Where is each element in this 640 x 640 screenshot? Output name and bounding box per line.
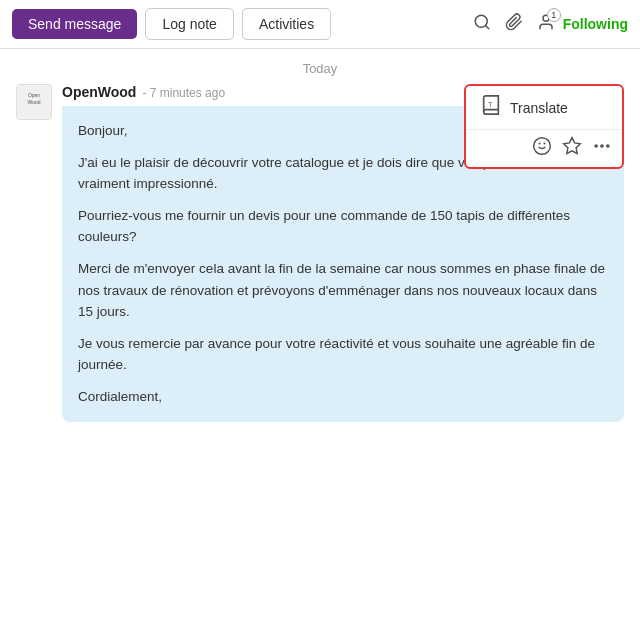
message-paragraph-4: Je vous remercie par avance pour votre r…	[78, 333, 608, 376]
message-paragraph-5: Cordialement,	[78, 386, 608, 408]
svg-line-1	[485, 25, 488, 28]
svg-point-7	[534, 138, 551, 155]
svg-text:Wood: Wood	[28, 99, 41, 105]
today-label: Today	[303, 61, 338, 76]
message-wrapper: Open Wood OpenWood - 7 minutes ago Bonjo…	[16, 84, 624, 422]
activities-button[interactable]: Activities	[242, 8, 331, 40]
message-author: OpenWood	[62, 84, 136, 100]
star-icon[interactable]	[562, 136, 582, 161]
translate-popup: T Translate	[464, 84, 624, 169]
svg-point-12	[601, 145, 603, 147]
avatar-placeholder: Open Wood	[16, 84, 52, 120]
emoji-reaction-icon[interactable]	[532, 136, 552, 161]
message-area: Open Wood OpenWood - 7 minutes ago Bonjo…	[0, 84, 640, 422]
following-button[interactable]: Following	[563, 16, 628, 32]
today-divider: Today	[0, 49, 640, 84]
message-time: - 7 minutes ago	[142, 86, 225, 100]
translate-popup-header: T Translate	[466, 86, 622, 130]
user-icon[interactable]: 1	[537, 13, 555, 35]
svg-marker-10	[564, 138, 581, 154]
translate-popup-actions	[466, 130, 622, 167]
message-paragraph-2: Pourriez-vous me fournir un devis pour u…	[78, 205, 608, 248]
translate-book-icon: T	[480, 94, 502, 121]
toolbar: Send message Log note Activities 1 Follo…	[0, 0, 640, 49]
paperclip-icon[interactable]	[505, 13, 523, 35]
send-message-button[interactable]: Send message	[12, 9, 137, 39]
svg-text:Open: Open	[28, 92, 40, 98]
more-options-icon[interactable]	[592, 136, 612, 161]
svg-text:T: T	[488, 101, 492, 108]
log-note-button[interactable]: Log note	[145, 8, 234, 40]
translate-label[interactable]: Translate	[510, 100, 568, 116]
message-paragraph-3: Merci de m'envoyer cela avant la fin de …	[78, 258, 608, 323]
svg-point-11	[595, 145, 597, 147]
search-icon[interactable]	[473, 13, 491, 35]
svg-point-13	[607, 145, 609, 147]
user-badge: 1	[547, 8, 561, 22]
toolbar-icons: 1	[473, 13, 555, 35]
avatar: Open Wood	[16, 84, 52, 120]
